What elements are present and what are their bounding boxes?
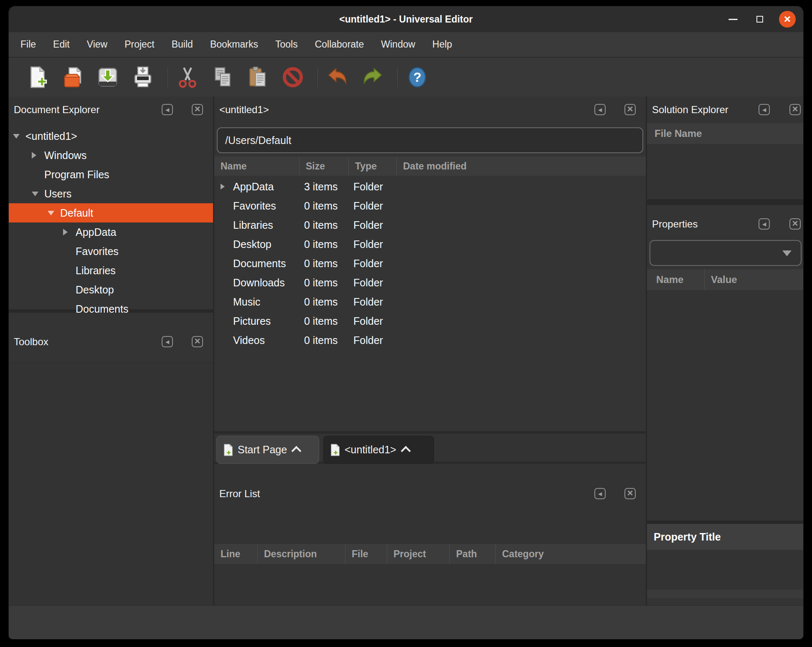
close-panel-button[interactable]: × [192, 104, 203, 115]
menu-project[interactable]: Project [124, 39, 155, 50]
chevron-down-icon[interactable] [48, 211, 60, 215]
tab-start-page[interactable]: Start Page [216, 436, 319, 464]
chevron-right-icon[interactable] [63, 229, 76, 235]
tree-item-documents-clipped[interactable]: Documents [9, 299, 213, 313]
chevron-up-icon[interactable] [292, 446, 302, 456]
menu-bookmarks[interactable]: Bookmarks [210, 39, 258, 50]
svg-text:?: ? [413, 70, 421, 85]
column-header-name[interactable]: Name [214, 157, 299, 176]
tree-item-desktop[interactable]: Desktop [9, 280, 213, 299]
column-header-description[interactable]: Description [257, 544, 345, 564]
menu-collaborate[interactable]: Collaborate [315, 39, 364, 50]
splitter[interactable] [647, 521, 804, 524]
maximize-button[interactable] [751, 6, 769, 32]
help-button[interactable]: ? [405, 65, 429, 89]
window-title: <untitled1> - Universal Editor [9, 6, 803, 32]
column-header-prop-value[interactable]: Value [704, 269, 804, 290]
path-input[interactable]: /Users/Default [217, 127, 643, 153]
menu-tools[interactable]: Tools [275, 39, 298, 50]
file-row-favorites[interactable]: Favorites 0 items Folder [214, 196, 646, 215]
tree-item-libraries[interactable]: Libraries [9, 261, 213, 280]
dock-panel-button[interactable]: ◀ [162, 336, 173, 347]
menu-file[interactable]: File [20, 39, 36, 50]
close-panel-button[interactable]: × [624, 488, 636, 499]
stop-icon [281, 66, 304, 89]
tree-item-favorites[interactable]: Favorites [9, 242, 213, 261]
chevron-up-icon[interactable] [401, 446, 411, 456]
file-row-music[interactable]: Music 0 items Folder [214, 292, 646, 311]
paste-button[interactable] [246, 65, 270, 89]
chevron-right-icon[interactable] [32, 152, 44, 159]
paste-icon [246, 66, 269, 89]
tree-item-appdata[interactable]: AppData [9, 222, 213, 242]
column-header-category[interactable]: Category [495, 544, 646, 564]
column-header-file-name[interactable]: File Name [647, 123, 804, 144]
file-row-documents[interactable]: Documents 0 items Folder [214, 254, 646, 273]
open-folder-icon [61, 66, 84, 89]
tree-item-users[interactable]: Users [9, 184, 213, 203]
dock-panel-button[interactable]: ◀ [759, 218, 770, 230]
file-row-desktop[interactable]: Desktop 0 items Folder [214, 235, 646, 254]
file-row-videos[interactable]: Videos 0 items Folder [214, 331, 646, 350]
object-selector-dropdown[interactable] [650, 240, 802, 266]
tab-untitled1[interactable]: <untitled1> [323, 436, 434, 464]
column-header-type[interactable]: Type [348, 157, 396, 176]
menu-edit[interactable]: Edit [53, 39, 70, 50]
menu-help[interactable]: Help [432, 39, 452, 50]
undo-button[interactable] [325, 65, 350, 89]
dock-panel-button[interactable]: ◀ [162, 104, 173, 115]
file-row-downloads[interactable]: Downloads 0 items Folder [214, 273, 646, 292]
solution-table-header: File Name [647, 123, 804, 144]
dropdown-value [650, 247, 657, 258]
new-file-button[interactable] [25, 65, 50, 89]
tree-item-untitled1[interactable]: <untitled1> [9, 126, 213, 146]
property-description-body [647, 550, 804, 589]
titlebar[interactable]: <untitled1> - Universal Editor × [9, 6, 803, 32]
print-button[interactable] [131, 65, 155, 89]
tree-label: AppData [76, 226, 116, 238]
file-name: Favorites [233, 200, 276, 212]
column-header-path[interactable]: Path [449, 544, 495, 564]
editor-panel: <untitled1> ◀ × /Users/Default Name Size… [214, 96, 646, 464]
property-title: Property Title [654, 531, 721, 543]
column-header-size[interactable]: Size [299, 157, 348, 176]
cut-button[interactable] [175, 65, 200, 89]
minimize-button[interactable] [724, 6, 742, 32]
chevron-down-icon [782, 250, 792, 256]
close-panel-button[interactable]: × [789, 104, 801, 115]
open-button[interactable] [61, 65, 85, 89]
dock-panel-button[interactable]: ◀ [594, 488, 606, 499]
column-header-prop-name[interactable]: Name [647, 269, 704, 290]
file-row-pictures[interactable]: Pictures 0 items Folder [214, 311, 646, 331]
file-row-appdata[interactable]: AppData 3 items Folder [214, 177, 646, 196]
chevron-down-icon[interactable] [13, 134, 25, 139]
close-panel-button[interactable]: × [789, 218, 801, 230]
tree-item-windows[interactable]: Windows [9, 146, 213, 165]
redo-button[interactable] [360, 65, 385, 89]
stop-button[interactable] [281, 65, 305, 89]
menu-window[interactable]: Window [381, 39, 415, 50]
save-button[interactable] [96, 65, 120, 89]
menu-view[interactable]: View [87, 39, 107, 50]
close-panel-button[interactable]: × [192, 336, 203, 347]
close-panel-button[interactable]: × [624, 104, 636, 115]
dock-panel-button[interactable]: ◀ [594, 104, 606, 115]
dock-panel-button[interactable]: ◀ [759, 104, 770, 115]
copy-icon [211, 66, 234, 89]
column-header-line[interactable]: Line [214, 544, 257, 564]
expand-arrow-icon[interactable] [221, 184, 233, 190]
file-row-libraries[interactable]: Libraries 0 items Folder [214, 215, 646, 235]
menu-build[interactable]: Build [172, 39, 193, 50]
panel-title: Properties [652, 218, 698, 230]
error-table-header: Line Description File Project Path Categ… [214, 544, 646, 564]
column-header-project[interactable]: Project [387, 544, 449, 564]
file-name: Downloads [233, 277, 285, 289]
chevron-down-icon[interactable] [32, 192, 44, 196]
column-header-file[interactable]: File [345, 544, 387, 564]
tree-item-program-files[interactable]: Program Files [9, 165, 213, 184]
tree-item-default-selected[interactable]: Default [9, 203, 213, 222]
close-button[interactable]: × [776, 6, 799, 32]
file-size: 0 items [299, 315, 348, 327]
column-header-date-modified[interactable]: Date modified [396, 157, 646, 176]
copy-button[interactable] [211, 65, 235, 89]
